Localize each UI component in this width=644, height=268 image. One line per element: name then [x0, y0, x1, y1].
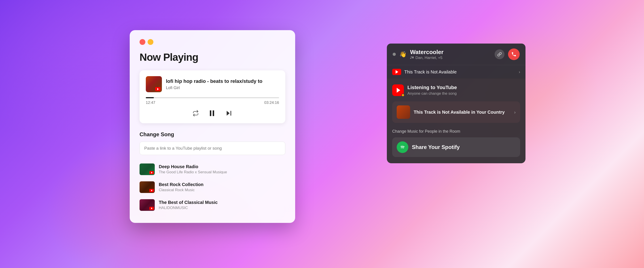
- list-item[interactable]: The Best of Classical Music HALIDONMUSIC: [140, 196, 285, 214]
- unavailable-text: This Track is Not Available in Your Coun…: [414, 109, 510, 115]
- track-name: lofi hip hop radio - beats to relax/stud…: [166, 78, 279, 85]
- listening-row: Listening to YouTube Anyone can change t…: [392, 84, 520, 96]
- wc-title-area: Watercooler Dan, Harriet, +5: [410, 49, 491, 60]
- progress-bar[interactable]: 12:47 03:24:16: [146, 97, 279, 105]
- song-item-text-1: Deep House Radio The Good Life Radio x S…: [159, 164, 285, 174]
- change-song-section: Change Song Deep House Radio The Good Li…: [140, 131, 285, 214]
- unavailable-thumb: [397, 105, 410, 119]
- song-name-1: Deep House Radio: [159, 164, 285, 169]
- song-item-text-2: Best Rock Collection Classical Rock Musi…: [159, 182, 285, 192]
- listening-title: Listening to YouTube: [408, 85, 520, 90]
- song-name-3: The Best of Classical Music: [159, 200, 285, 205]
- live-dot: [402, 94, 404, 97]
- song-thumb-2: [140, 181, 155, 193]
- link-button[interactable]: [495, 49, 504, 59]
- yt-icon-1: [149, 171, 154, 174]
- song-artist-2: Classical Rock Music: [159, 188, 285, 192]
- change-music-label: Change Music for People in the Room: [392, 129, 520, 134]
- song-thumb-1: [140, 164, 155, 175]
- close-button[interactable]: [140, 39, 145, 45]
- song-artist-1: The Good Life Radio x Sensual Musique: [159, 170, 285, 174]
- progress-times: 12:47 03:24:16: [146, 100, 279, 105]
- wc-music-panel: Listening to YouTube Anyone can change t…: [387, 78, 526, 163]
- wc-emoji: 👋: [399, 51, 406, 58]
- track-artist: Lofi Girl: [166, 85, 279, 90]
- svg-rect-0: [210, 110, 211, 116]
- wc-track-unavailable: This Track is Not Available: [404, 69, 516, 75]
- listening-text: Listening to YouTube Anyone can change t…: [408, 85, 520, 96]
- progress-fill: [146, 97, 154, 98]
- listening-subtitle: Anyone can change the song: [408, 91, 520, 96]
- total-time: 03:24:16: [264, 100, 279, 105]
- yt-icon-3: [149, 207, 154, 210]
- svg-marker-2: [227, 111, 230, 115]
- listening-yt-icon: [392, 84, 404, 96]
- share-spotify-text: Share Your Spotify: [412, 144, 460, 150]
- wc-title: Watercooler: [410, 49, 491, 56]
- wc-yt-icon: [392, 69, 401, 75]
- player-controls: [146, 109, 279, 117]
- window-controls: [140, 39, 285, 45]
- list-item[interactable]: Deep House Radio The Good Life Radio x S…: [140, 160, 285, 178]
- track-info: lofi hip hop radio - beats to relax/stud…: [146, 76, 279, 92]
- song-link-input[interactable]: [140, 142, 285, 155]
- song-artist-3: HALIDONMUSIC: [159, 206, 285, 210]
- track-text: lofi hip hop radio - beats to relax/stud…: [166, 78, 279, 90]
- watercooler-panel: 👋 Watercooler Dan, Harriet, +5 This Trac…: [387, 43, 526, 163]
- end-call-button[interactable]: [508, 48, 520, 60]
- now-playing-panel: Now Playing lofi hip hop radio - beats t…: [130, 30, 295, 223]
- spotify-icon: [397, 141, 408, 153]
- share-spotify-button[interactable]: Share Your Spotify: [392, 137, 520, 157]
- change-song-title: Change Song: [140, 131, 285, 138]
- track-thumbnail: [146, 76, 162, 92]
- yt-icon-2: [149, 189, 154, 192]
- song-name-2: Best Rock Collection: [159, 182, 285, 187]
- skip-button[interactable]: [225, 110, 232, 117]
- unavailable-title: This Track is Not Available in Your Coun…: [414, 109, 510, 115]
- wc-topbar: 👋 Watercooler Dan, Harriet, +5: [387, 43, 526, 65]
- page-title: Now Playing: [140, 51, 285, 63]
- svg-rect-1: [213, 110, 214, 116]
- progress-track: [146, 97, 279, 98]
- list-item[interactable]: Best Rock Collection Classical Rock Musi…: [140, 178, 285, 196]
- minimize-button[interactable]: [148, 39, 154, 45]
- wc-track-bar[interactable]: This Track is Not Available ›: [387, 65, 526, 79]
- wc-status-dot: [393, 53, 396, 56]
- song-item-text-3: The Best of Classical Music HALIDONMUSIC: [159, 200, 285, 210]
- pause-button[interactable]: [208, 109, 216, 117]
- unavailable-track-card[interactable]: This Track is Not Available in Your Coun…: [392, 101, 520, 123]
- chevron-right-icon: ›: [514, 110, 516, 115]
- song-thumb-3: [140, 199, 155, 211]
- youtube-play-icon: [155, 87, 160, 91]
- chevron-right-icon: ›: [519, 70, 520, 74]
- wc-participants: Dan, Harriet, +5: [410, 56, 491, 60]
- track-card: lofi hip hop radio - beats to relax/stud…: [140, 70, 285, 123]
- current-time: 12:47: [146, 100, 156, 105]
- repeat-button[interactable]: [192, 110, 199, 116]
